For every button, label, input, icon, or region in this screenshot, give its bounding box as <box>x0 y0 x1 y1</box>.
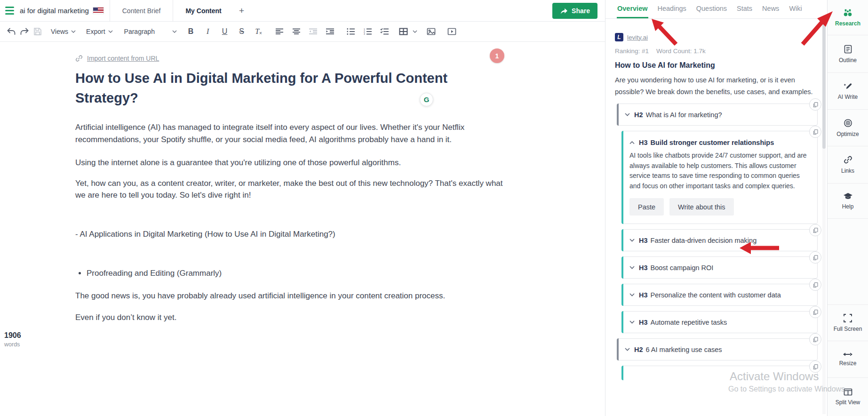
tab-questions[interactable]: Questions <box>696 0 727 18</box>
sidebar-item-links[interactable]: Links <box>828 146 868 184</box>
numbered-list-icon[interactable]: 123 <box>361 24 374 39</box>
tab-wiki[interactable]: Wiki <box>788 0 802 18</box>
panel-tab-bar: Overview Headings Questions Stats News W… <box>605 0 827 19</box>
card-accent <box>617 104 619 126</box>
export-dropdown[interactable]: Export <box>86 24 112 39</box>
outline-card-h3: H3 Faster data-driven decision making <box>621 229 818 251</box>
editor-content[interactable]: Import content from URL How to Use AI in… <box>0 42 518 324</box>
sidebar-item-ai-write[interactable]: AI Write <box>828 73 868 110</box>
outline-document-icon <box>844 45 852 54</box>
card-header[interactable]: H2 What is AI for marketing? <box>617 104 817 125</box>
outline-card-h3: H3 Automate repetitive tasks <box>621 311 818 333</box>
research-binoculars-icon <box>843 8 853 17</box>
align-center-icon[interactable] <box>290 24 303 39</box>
insert-table-dropdown[interactable] <box>399 24 417 39</box>
hamburger-menu-icon[interactable] <box>0 0 20 22</box>
italic-button[interactable]: I <box>201 24 215 39</box>
card-header[interactable]: H3 Faster data-driven decision making <box>622 230 817 251</box>
sidebar-item-full-screen[interactable]: Full Screen <box>828 305 868 341</box>
card-header[interactable]: H2 6 AI marketing use cases <box>617 339 817 360</box>
tab-my-content[interactable]: My Content <box>173 0 233 22</box>
scrollbar-thumb[interactable] <box>822 23 826 149</box>
paragraph: Artificial intelligence (AI) has managed… <box>75 121 510 145</box>
chevron-down-icon <box>172 30 177 33</box>
tab-content-brief[interactable]: Content Brief <box>110 0 173 22</box>
share-button[interactable]: Share <box>552 3 597 19</box>
tab-overview[interactable]: Overview <box>617 0 648 18</box>
clear-formatting-icon[interactable]: T× <box>252 24 265 39</box>
outline-cards: H2 What is AI for marketing? H3 Build st… <box>615 104 817 380</box>
panel-body: L levity.ai Ranking: #1 Word Count: 1.7k… <box>605 33 827 380</box>
paragraph: Even if you don’t know it yet. <box>75 312 510 324</box>
paragraph: The good news is, you have probably alre… <box>75 290 510 302</box>
copy-icon[interactable] <box>809 306 821 318</box>
sidebar-item-resize[interactable]: Resize <box>828 341 868 378</box>
copy-icon[interactable] <box>809 126 821 138</box>
link-icon <box>75 55 83 62</box>
import-content-link[interactable]: Import content from URL <box>75 55 159 62</box>
result-title: How to Use AI for Marketing <box>615 61 817 70</box>
card-header[interactable]: H3 Build stronger customer relationships <box>622 131 817 147</box>
card-accent <box>617 338 619 360</box>
card-accent <box>621 284 623 306</box>
write-about-this-button[interactable]: Write about this <box>669 198 733 216</box>
save-icon[interactable] <box>31 24 44 39</box>
bold-button[interactable]: B <box>184 24 198 39</box>
insert-image-icon[interactable] <box>425 24 438 39</box>
redo-icon[interactable] <box>18 24 31 39</box>
bullet-list-icon[interactable] <box>344 24 358 39</box>
copy-icon[interactable] <box>809 279 821 291</box>
list-item: Proofreading and Editing (Grammarly) <box>87 267 510 280</box>
checklist-icon[interactable] <box>378 24 391 39</box>
sidebar-item-optimize[interactable]: Optimize <box>828 110 868 146</box>
site-favicon: L <box>615 33 623 41</box>
sidebar-item-help[interactable]: Help <box>828 184 868 219</box>
sidebar-item-split-view[interactable]: Split View <box>828 378 868 416</box>
tab-headings[interactable]: Headings <box>657 0 687 18</box>
paragraph: Yet, how can you, as a content creator, … <box>75 177 510 201</box>
card-accent <box>621 366 623 380</box>
outdent-icon[interactable] <box>307 24 320 39</box>
grammarly-icon[interactable]: G <box>420 93 433 106</box>
card-accent <box>621 229 623 251</box>
card-header[interactable]: H3 Automate repetitive tasks <box>622 312 817 333</box>
comment-count-badge[interactable]: 1 <box>490 48 504 63</box>
chevron-up-icon <box>629 141 635 144</box>
word-count: 1906 words <box>4 331 21 348</box>
copy-icon[interactable] <box>809 333 821 345</box>
share-icon <box>560 8 568 15</box>
insert-video-icon[interactable] <box>446 24 459 39</box>
copy-icon[interactable] <box>809 224 821 236</box>
card-header[interactable]: H3 Boost campaign ROI <box>622 257 817 278</box>
sidebar-item-outline[interactable]: Outline <box>828 35 868 73</box>
site-domain-link[interactable]: levity.ai <box>627 34 648 41</box>
copy-icon[interactable] <box>809 98 821 111</box>
outline-card-h3: H3 Personalize the content with customer… <box>621 284 818 306</box>
views-dropdown[interactable]: Views <box>51 24 76 39</box>
paste-button[interactable]: Paste <box>629 198 664 216</box>
ranking-value: Ranking: #1 <box>615 48 649 55</box>
card-header[interactable]: H3 Personalize the content with customer… <box>622 284 817 305</box>
outline-card-h3-expanded: H3 Build stronger customer relationships… <box>621 131 818 224</box>
sidebar-item-research[interactable]: Research <box>828 0 868 35</box>
copy-icon[interactable] <box>809 251 821 264</box>
tools-sidebar: Research Outline AI Write Optimize Links… <box>827 0 868 416</box>
new-tab-button[interactable]: + <box>234 0 250 22</box>
chevron-down-icon <box>629 239 635 242</box>
undo-icon[interactable] <box>5 24 18 39</box>
us-flag-icon <box>93 7 104 14</box>
copy-icon[interactable] <box>809 360 821 373</box>
chevron-down-icon <box>71 30 76 33</box>
indent-icon[interactable] <box>324 24 337 39</box>
links-chain-icon <box>844 155 852 164</box>
align-left-icon[interactable] <box>273 24 286 39</box>
formatting-toolbar: Views Export Paragraph B I U S T× <box>0 22 605 42</box>
scrollbar-track <box>822 21 826 414</box>
strikethrough-button[interactable]: S <box>235 24 248 39</box>
result-meta: Ranking: #1 Word Count: 1.7k <box>615 48 817 55</box>
tab-stats[interactable]: Stats <box>736 0 753 18</box>
tab-news[interactable]: News <box>762 0 780 18</box>
paragraph-style-dropdown[interactable]: Paragraph <box>124 24 177 39</box>
outline-card-h2: H2 What is AI for marketing? <box>617 104 818 126</box>
underline-button[interactable]: U <box>218 24 231 39</box>
